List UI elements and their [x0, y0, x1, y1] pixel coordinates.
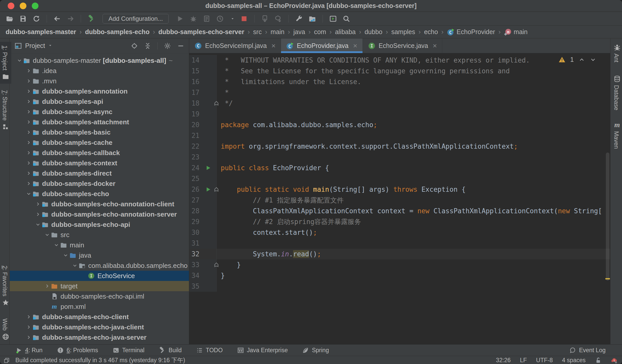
- close-tab-icon[interactable]: ×: [433, 42, 437, 49]
- settings-wrench-icon[interactable]: [295, 15, 303, 23]
- tree-item-dubbo-samples-echo-api[interactable]: dubbo-samples-echo-api: [10, 219, 189, 230]
- tree-item-dubbo-samples-echo-annotation-server[interactable]: dubbo-samples-echo-annotation-server: [10, 209, 189, 219]
- code-line-15[interactable]: 15 * See the License for the specific la…: [189, 66, 610, 76]
- tab-echoserviceimpl-java[interactable]: CEchoServiceImpl.java×: [189, 38, 281, 53]
- line-separator-widget[interactable]: LF: [520, 357, 527, 364]
- tool-stripe-button-web[interactable]: Web: [0, 315, 11, 344]
- project-panel-title[interactable]: Project: [25, 42, 45, 49]
- code-line-16[interactable]: 16 * limitations under the License.: [189, 76, 610, 87]
- panel-options-button[interactable]: [164, 42, 171, 49]
- fold-marker-icon[interactable]: [213, 261, 220, 268]
- breadcrumb-item[interactable]: java: [293, 28, 305, 36]
- tree-item-echoservice[interactable]: IEchoService: [10, 271, 189, 281]
- chevron-right-icon[interactable]: [25, 313, 32, 320]
- add-configuration-button[interactable]: Add Configuration...: [103, 14, 169, 24]
- breadcrumb-item[interactable]: src: [253, 28, 262, 36]
- code-line-18[interactable]: 18 */: [189, 98, 610, 109]
- hide-panel-button[interactable]: [177, 42, 184, 49]
- tool-stripe-button-database[interactable]: Database: [610, 72, 622, 114]
- chevron-right-icon[interactable]: [44, 282, 51, 290]
- tree-item-dubbo-samples-echo[interactable]: dubbo-samples-echo: [10, 189, 189, 199]
- close-tab-icon[interactable]: ×: [353, 42, 357, 49]
- next-problem-button[interactable]: [590, 56, 596, 63]
- tree-item-dubbo-samples-api[interactable]: dubbo-samples-api: [10, 96, 189, 107]
- chevron-right-icon[interactable]: [25, 129, 32, 136]
- caret-position-widget[interactable]: 32:26: [496, 357, 511, 364]
- tree-item--mvn[interactable]: .mvn: [10, 76, 189, 86]
- tree-item-dubbo-samples-echo-client[interactable]: dubbo-samples-echo-client: [10, 312, 189, 322]
- profiler-caret-icon[interactable]: [230, 15, 235, 23]
- code-line-25[interactable]: 25: [189, 173, 610, 184]
- code-line-20[interactable]: 20package com.alibaba.dubbo.samples.echo…: [189, 119, 610, 130]
- chevron-right-icon[interactable]: [25, 170, 32, 177]
- tool-window-button-build[interactable]: Build: [159, 347, 182, 354]
- code-line-31[interactable]: 31: [189, 238, 610, 249]
- tool-stripe-button-1-project[interactable]: 1: Project: [0, 42, 11, 84]
- chevron-down-icon[interactable]: [71, 262, 78, 269]
- search-everywhere-icon[interactable]: [342, 15, 350, 23]
- tree-item-dubbo-samples-cache[interactable]: dubbo-samples-cache: [10, 137, 189, 148]
- chevron-down-icon[interactable]: [34, 221, 42, 228]
- fold-marker-icon[interactable]: [213, 186, 220, 193]
- chevron-right-icon[interactable]: [34, 200, 42, 208]
- tool-window-button-java-enterprise[interactable]: Java Enterprise: [237, 347, 288, 354]
- tool-stripe-button-2-favorites[interactable]: 2: Favorites: [0, 262, 11, 310]
- breadcrumb-item[interactable]: dubbo-samples-master: [6, 28, 76, 36]
- breadcrumb-item[interactable]: dubbo-samples-echo: [85, 28, 149, 36]
- breadcrumb-item[interactable]: dubbo: [365, 28, 383, 36]
- chevron-right-icon[interactable]: [25, 180, 32, 187]
- tool-window-button-6-problems[interactable]: 6: Problems: [57, 347, 98, 354]
- chevron-right-icon[interactable]: [25, 139, 32, 146]
- breadcrumb-item[interactable]: alibaba: [335, 28, 356, 36]
- editor-scrollbar[interactable]: [605, 53, 610, 344]
- project-structure-icon[interactable]: [308, 15, 316, 23]
- tree-item-dubbo-samples-docker[interactable]: dubbo-samples-docker: [10, 178, 189, 189]
- forward-icon[interactable]: [66, 15, 75, 23]
- code-line-24[interactable]: 24public class EchoProvider {: [189, 163, 610, 173]
- attach-debugger-icon[interactable]: [261, 15, 269, 23]
- tree-item-dubbo-samples-context[interactable]: dubbo-samples-context: [10, 158, 189, 168]
- run-with-coverage-icon[interactable]: [203, 15, 211, 23]
- run-line-icon[interactable]: [205, 165, 211, 171]
- tree-item-dubbo-samples-echo-api-iml[interactable]: dubbo-samples-echo-api.iml: [10, 291, 189, 301]
- code-line-33[interactable]: 33 }: [189, 259, 610, 270]
- tree-item-dubbo-samples-echo-java-client[interactable]: dubbo-samples-echo-java-client: [10, 322, 189, 332]
- locate-file-button[interactable]: [131, 42, 138, 49]
- chevron-down-icon[interactable]: [16, 57, 23, 64]
- stop-icon[interactable]: [240, 15, 248, 23]
- encoding-widget[interactable]: UTF-8: [536, 357, 553, 364]
- code-line-17[interactable]: 17 *: [189, 87, 610, 98]
- chevron-right-icon[interactable]: [25, 77, 32, 85]
- tool-window-button-spring[interactable]: Spring: [302, 347, 329, 354]
- build-hammer-icon[interactable]: [87, 15, 95, 23]
- breadcrumb-item[interactable]: samples: [391, 28, 415, 36]
- tree-item-main[interactable]: main: [10, 240, 189, 250]
- tree-item-dubbo-samples-async[interactable]: dubbo-samples-async: [10, 107, 189, 117]
- code-line-29[interactable]: 29 // #2 启动spring容器并暴露服务: [189, 216, 610, 227]
- chevron-right-icon[interactable]: [25, 108, 32, 115]
- chevron-right-icon[interactable]: [25, 98, 32, 105]
- indent-widget[interactable]: 4 spaces: [562, 357, 586, 364]
- chevron-down-icon[interactable]: [48, 43, 53, 49]
- tree-item-src[interactable]: src: [10, 230, 189, 240]
- code-line-27[interactable]: 27 // #1 指定服务暴露配置文件: [189, 195, 610, 206]
- tree-item-dubbo-samples-echo-annotation-client[interactable]: dubbo-samples-echo-annotation-client: [10, 199, 189, 209]
- tool-stripe-button-maven[interactable]: mMaven: [610, 118, 622, 152]
- code-line-19[interactable]: 19: [189, 109, 610, 119]
- chevron-down-icon[interactable]: [62, 252, 69, 259]
- tool-window-button-todo[interactable]: TODO: [196, 347, 223, 354]
- breadcrumb-item[interactable]: echo: [424, 28, 438, 36]
- code-line-32[interactable]: 32 System.in.read();: [189, 249, 610, 259]
- chevron-right-icon[interactable]: [25, 88, 32, 95]
- chevron-right-icon[interactable]: [25, 159, 32, 167]
- close-tab-icon[interactable]: ×: [271, 42, 275, 49]
- tree-item--idea[interactable]: .idea: [10, 66, 189, 76]
- chevron-right-icon[interactable]: [34, 211, 42, 218]
- code-line-35[interactable]: 35: [189, 281, 610, 292]
- code-line-34[interactable]: 34}: [189, 270, 610, 281]
- open-project-icon[interactable]: [6, 15, 14, 23]
- breadcrumb-item[interactable]: CEchoProvider: [447, 28, 495, 36]
- tool-window-switcher-icon[interactable]: [4, 357, 10, 363]
- code-line-22[interactable]: 22import org.springframework.context.sup…: [189, 141, 610, 152]
- chevron-right-icon[interactable]: [25, 118, 32, 126]
